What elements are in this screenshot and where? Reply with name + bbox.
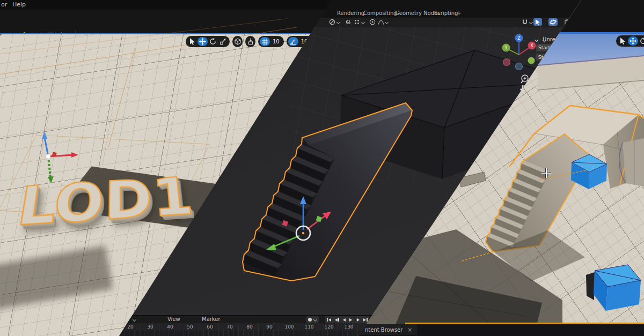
move-tool-button[interactable] [197, 37, 208, 46]
cursor-icon [620, 38, 626, 44]
move-icon [630, 38, 636, 44]
rotate-icon [640, 38, 644, 44]
frame-tick: 80 [243, 324, 256, 330]
transform-gizmo[interactable] [28, 129, 82, 188]
grid-icon [262, 39, 268, 45]
timeline-editor-chevron-icon[interactable] [133, 318, 136, 322]
right-stairs-mesh[interactable] [486, 134, 590, 281]
grid-snap-toggle[interactable] [260, 37, 270, 46]
scene-wire-line [0, 27, 297, 74]
frame-tick: 130 [342, 324, 355, 330]
gizmo-x-label: X [530, 43, 533, 48]
frame-tick: 120 [323, 324, 335, 330]
frame-tick: 60 [203, 324, 216, 330]
coordinate-space-group [232, 36, 243, 47]
grid-snap-group: 10 [258, 36, 284, 47]
grid-snap-value[interactable]: 10 [270, 39, 282, 44]
frame-tick: 90 [263, 324, 276, 330]
move-tool-button[interactable] [628, 36, 638, 46]
transform-tools-group [186, 36, 230, 47]
coordinate-space-button[interactable] [232, 37, 243, 46]
play-forward-button[interactable] [347, 316, 354, 323]
frame-tick: 50 [184, 324, 196, 330]
surface-snapping-button[interactable] [245, 37, 255, 46]
panel-collapse-chevron-icon[interactable] [535, 38, 538, 42]
timeline-view-menu[interactable]: View [167, 316, 180, 322]
rotation-snap-toggle[interactable] [288, 37, 298, 46]
world-cube-icon [235, 38, 241, 45]
rotate-tool-button[interactable] [208, 37, 218, 46]
rotate-tool-button[interactable] [638, 36, 644, 46]
auto-keying-chevron-icon [313, 318, 317, 322]
menu-item-fragment[interactable]: or [1, 1, 7, 8]
rotate-icon [209, 38, 216, 45]
viewport-toolbar-right [616, 35, 644, 47]
blue-cube-large[interactable] [586, 265, 641, 311]
menu-item-help[interactable]: Help [12, 1, 26, 8]
frame-tick: 100 [283, 324, 296, 330]
surface-snap-icon [247, 38, 254, 45]
next-keyframe-button[interactable] [354, 316, 362, 323]
scene-wire-line [108, 49, 135, 147]
gizmo-z-label: Z [517, 36, 521, 41]
playback-controls [325, 316, 369, 323]
select-tool-button[interactable] [187, 37, 197, 46]
cursor-icon [189, 38, 195, 45]
scale-tool-button[interactable] [218, 37, 228, 46]
composite-screenshot: or Help [0, 0, 644, 336]
move-icon [199, 38, 206, 45]
timeline-marker-menu[interactable]: Marker [202, 316, 221, 322]
cast-shadow-soft [0, 245, 113, 311]
frame-tick: 40 [164, 324, 177, 330]
auto-keying-toggle[interactable] [306, 316, 319, 323]
select-tool-button[interactable] [618, 36, 628, 46]
surface-snap-group [245, 36, 255, 47]
frame-tick: 30 [144, 324, 157, 330]
prev-keyframe-button[interactable] [333, 316, 341, 323]
frame-tick: 110 [303, 324, 316, 330]
scale-icon [219, 38, 226, 45]
gizmo-y-label: Y [504, 46, 508, 50]
close-icon[interactable]: × [407, 327, 412, 333]
panel-highlight-line [405, 323, 644, 324]
stairs-mesh[interactable] [243, 103, 412, 281]
jump-to-start-button[interactable] [325, 316, 333, 323]
frame-tick: 70 [223, 324, 236, 330]
transform-tools-group [616, 35, 644, 47]
angle-icon [290, 39, 296, 45]
record-icon [308, 318, 312, 322]
content-browser-label: ntent Browser [365, 327, 402, 333]
play-reverse-button[interactable] [341, 316, 347, 323]
